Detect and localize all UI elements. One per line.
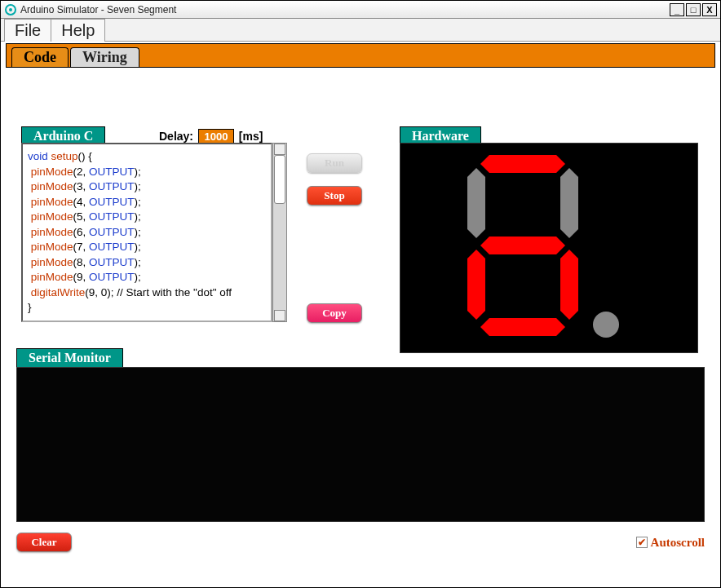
- menu-help[interactable]: Help: [51, 19, 105, 42]
- bottom-toolbar: Clear ✔ Autoscroll: [16, 530, 705, 555]
- code-editor[interactable]: void setup() { pinMode(2, OUTPUT); pinMo…: [21, 143, 272, 322]
- scroll-down-icon[interactable]: [274, 310, 285, 321]
- autoscroll-checkbox[interactable]: ✔: [636, 537, 648, 548]
- window-titlebar: Arduino Simulator - Seven Segment _ □ X: [1, 1, 720, 19]
- menu-bar: File Help: [1, 19, 720, 42]
- stop-button[interactable]: Stop: [307, 186, 362, 206]
- tab-code[interactable]: Code: [11, 47, 69, 67]
- minimize-button[interactable]: _: [670, 3, 684, 16]
- clear-button[interactable]: Clear: [16, 533, 72, 552]
- svg-point-1: [9, 8, 12, 11]
- autoscroll-label: Autoscroll: [651, 536, 705, 550]
- segment-dp: [593, 312, 619, 338]
- maximize-button[interactable]: □: [686, 3, 701, 16]
- run-button: Run: [307, 153, 362, 173]
- segment-g: [480, 237, 565, 254]
- close-button[interactable]: X: [702, 3, 717, 16]
- segment-e: [467, 250, 485, 320]
- menu-file[interactable]: File: [4, 19, 51, 42]
- delay-label: Delay:: [159, 130, 193, 143]
- window-title: Arduino Simulator - Seven Segment: [20, 4, 668, 15]
- segment-f: [467, 168, 485, 238]
- serial-monitor[interactable]: [16, 367, 705, 522]
- copy-button[interactable]: Copy: [307, 303, 362, 323]
- delay-unit: [ms]: [239, 130, 263, 143]
- segment-b: [560, 168, 578, 238]
- code-scrollbar[interactable]: [272, 143, 287, 322]
- segment-d: [480, 318, 565, 336]
- scroll-up-icon[interactable]: [274, 144, 285, 155]
- app-icon: [4, 3, 17, 16]
- tab-wiring[interactable]: Wiring: [70, 47, 139, 67]
- scroll-thumb[interactable]: [274, 155, 285, 204]
- code-editor-container: void setup() { pinMode(2, OUTPUT); pinMo…: [21, 143, 287, 322]
- hardware-display: [400, 143, 698, 353]
- tab-strip: Code Wiring: [6, 43, 715, 68]
- autoscroll-toggle[interactable]: ✔ Autoscroll: [636, 536, 705, 550]
- segment-c: [560, 250, 578, 320]
- segment-a: [480, 155, 565, 173]
